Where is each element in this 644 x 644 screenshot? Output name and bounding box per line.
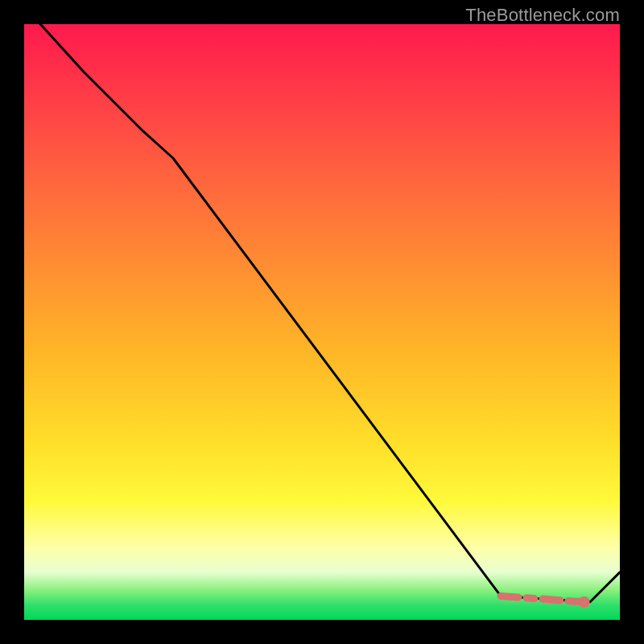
chart-overlay — [24, 24, 620, 620]
watermark-text: TheBottleneck.com — [465, 5, 620, 26]
curve-line — [24, 24, 620, 602]
chart-stage: TheBottleneck.com — [0, 0, 644, 644]
plot-area — [24, 24, 620, 620]
highlight-end-dot — [579, 597, 590, 608]
highlight-dashed-segment — [501, 596, 584, 601]
